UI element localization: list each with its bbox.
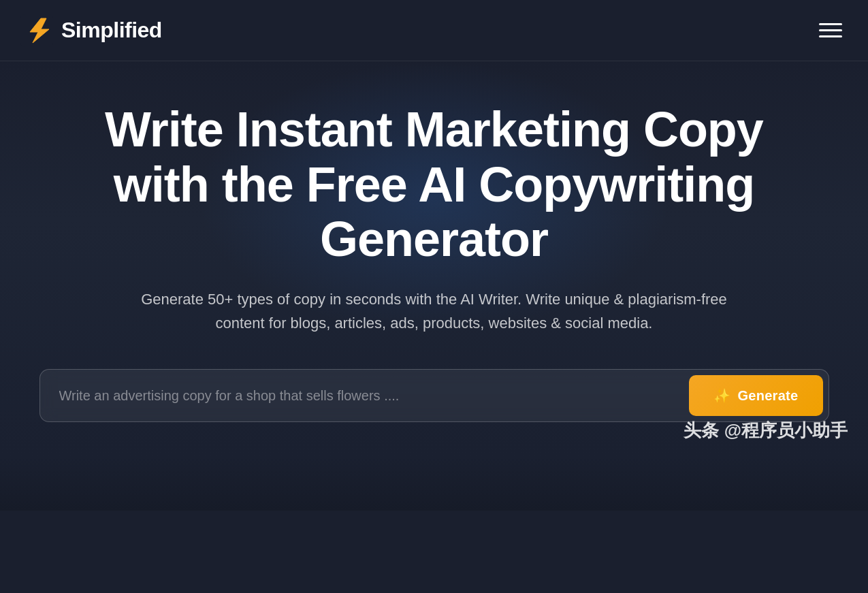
watermark: 头条 @程序员小助手 — [684, 419, 848, 443]
search-input[interactable] — [59, 379, 690, 413]
search-container: ✨ Generate — [39, 369, 829, 422]
logo-text: Simplified — [61, 18, 162, 43]
hamburger-line-3 — [819, 35, 842, 37]
hamburger-menu-button[interactable] — [814, 18, 848, 43]
search-bar: ✨ Generate — [39, 369, 829, 422]
generate-button[interactable]: ✨ Generate — [689, 375, 822, 416]
logo-icon — [20, 14, 53, 47]
bottom-fade — [0, 456, 868, 511]
hamburger-line-1 — [819, 23, 842, 25]
navbar: Simplified — [0, 0, 868, 61]
hamburger-line-2 — [819, 29, 842, 31]
wand-icon: ✨ — [713, 387, 730, 404]
hero-section: Write Instant Marketing Copy with the Fr… — [0, 61, 868, 456]
hero-subtitle: Generate 50+ types of copy in seconds wi… — [128, 287, 741, 335]
logo-area: Simplified — [20, 14, 162, 47]
generate-label: Generate — [737, 388, 798, 404]
hero-title: Write Instant Marketing Copy with the Fr… — [60, 102, 809, 267]
